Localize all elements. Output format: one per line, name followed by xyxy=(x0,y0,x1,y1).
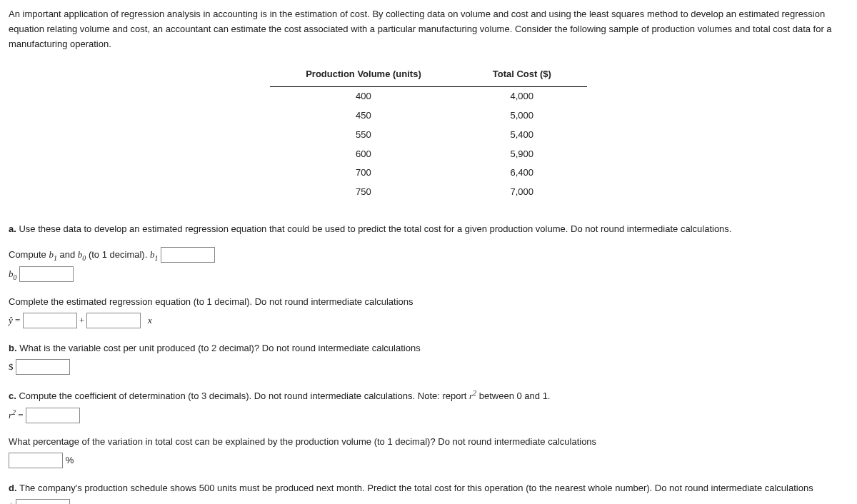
cell: 5,900 xyxy=(457,145,587,164)
table-row: 4004,000 xyxy=(270,87,587,106)
b1-symbol: b1 xyxy=(49,249,57,260)
b0-symbol: b0 xyxy=(78,249,86,260)
r2-symbol: r2 xyxy=(9,410,16,420)
part-a-text: Use these data to develop an estimated r… xyxy=(16,223,732,234)
part-b-text: What is the variable cost per unit produ… xyxy=(17,343,421,353)
cell: 750 xyxy=(270,183,457,202)
equals-sign: = xyxy=(16,410,26,420)
table-row: 7507,000 xyxy=(270,183,587,202)
plus-sign: + xyxy=(77,315,87,326)
equals-sign: = xyxy=(13,315,23,326)
cell: 7,000 xyxy=(457,183,587,202)
cell: 550 xyxy=(270,126,457,145)
col-header-volume: Production Volume (units) xyxy=(270,64,457,86)
part-c-text2: between 0 and 1. xyxy=(476,390,550,401)
r2-input[interactable] xyxy=(26,408,80,423)
b1-input[interactable] xyxy=(161,247,215,263)
pct-text: What percentage of the variation in tota… xyxy=(9,435,848,450)
cell: 600 xyxy=(270,145,457,164)
variable-cost-input[interactable] xyxy=(16,359,70,375)
cell: 6,400 xyxy=(457,163,587,183)
b0-label: b0 xyxy=(9,268,17,279)
cell: 400 xyxy=(270,87,457,106)
pct-input[interactable] xyxy=(9,453,63,468)
part-b: b. What is the variable cost per unit pr… xyxy=(9,341,848,375)
dollar-sign: $ xyxy=(9,501,14,504)
part-d: d. The company's production schedule sho… xyxy=(9,481,848,504)
table-row: 7006,400 xyxy=(270,163,587,183)
slope-input[interactable] xyxy=(86,313,141,328)
part-c-label: c. xyxy=(9,390,16,401)
complete-eq-text: Complete the estimated regression equati… xyxy=(9,295,848,310)
intercept-input[interactable] xyxy=(23,313,77,328)
cell: 5,400 xyxy=(457,126,587,145)
part-d-text: The company's production schedule shows … xyxy=(17,483,813,493)
cell: 700 xyxy=(270,163,457,183)
table-row: 6005,900 xyxy=(270,145,587,164)
part-b-label: b. xyxy=(9,343,17,353)
part-a-label: a. xyxy=(9,223,16,234)
pct-sign: % xyxy=(66,455,74,465)
part-a: a. Use these data to develop an estimate… xyxy=(9,222,848,328)
predicted-cost-input[interactable] xyxy=(16,499,70,504)
dollar-sign: $ xyxy=(9,361,14,372)
b0-input[interactable] xyxy=(19,266,74,282)
table-row: 5505,400 xyxy=(270,126,587,145)
x-symbol: x xyxy=(148,315,152,326)
b1-label: b1 xyxy=(150,249,159,260)
cell: 4,000 xyxy=(457,87,587,106)
compute-pre: Compute xyxy=(9,249,49,260)
cell: 450 xyxy=(270,106,457,126)
cell: 5,000 xyxy=(457,106,587,126)
data-table: Production Volume (units) Total Cost ($)… xyxy=(270,64,587,202)
part-c: c. Compute the coefficient of determinat… xyxy=(9,388,848,468)
compute-mid: and xyxy=(57,249,78,260)
r2-symbol-inline: r2 xyxy=(469,390,476,401)
part-d-label: d. xyxy=(9,483,17,493)
col-header-cost: Total Cost ($) xyxy=(457,64,587,86)
compute-post: (to 1 decimal). xyxy=(86,249,150,260)
part-c-text: Compute the coefficient of determination… xyxy=(16,390,469,401)
table-row: 4505,000 xyxy=(270,106,587,126)
intro-text: An important application of regression a… xyxy=(9,7,848,51)
